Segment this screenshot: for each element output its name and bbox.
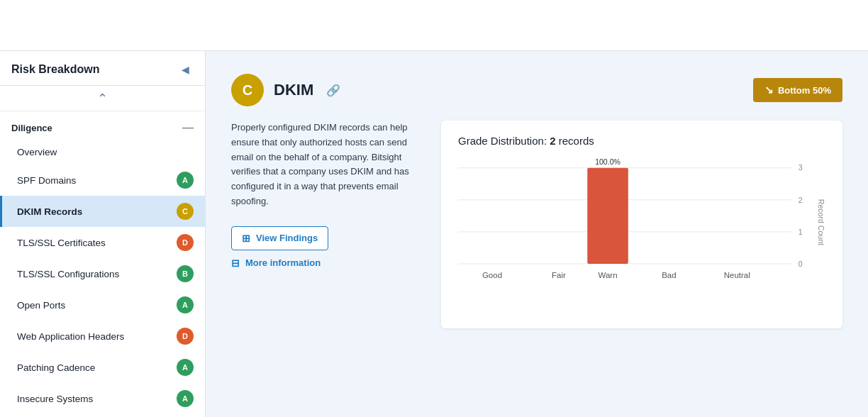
chart-panel: Grade Distribution: 2 records 3 2 bbox=[441, 121, 842, 328]
section-header: Diligence — bbox=[0, 111, 205, 140]
sidebar-item-tls-cert-label: TLS/SSL Certificates bbox=[17, 238, 177, 248]
top-bar bbox=[0, 0, 868, 51]
svg-text:2: 2 bbox=[799, 196, 803, 204]
more-information-button[interactable]: ⊟ More information bbox=[231, 257, 321, 269]
svg-text:Fair: Fair bbox=[552, 271, 566, 279]
sidebar-item-web-app-label: Web Application Headers bbox=[17, 331, 177, 342]
sidebar-item-tls-ssl-certs[interactable]: TLS/SSL Certificates D bbox=[0, 227, 205, 258]
svg-text:0: 0 bbox=[799, 260, 803, 268]
chart-title: Grade Distribution: 2 records bbox=[458, 135, 825, 147]
bottom-50-label: Bottom 50% bbox=[778, 85, 831, 96]
sidebar-item-tls-config-label: TLS/SSL Configurations bbox=[17, 269, 177, 279]
svg-text:3: 3 bbox=[799, 164, 803, 172]
sidebar-item-spf-badge: A bbox=[177, 172, 194, 189]
sidebar-item-insecure-label: Insecure Systems bbox=[17, 394, 177, 404]
view-findings-label: View Findings bbox=[256, 233, 318, 243]
sidebar-item-tls-config-badge: B bbox=[177, 265, 194, 282]
bottom-50-badge: ↘ Bottom 50% bbox=[753, 78, 842, 102]
svg-text:Neutral: Neutral bbox=[724, 271, 750, 279]
content-row: Properly configured DKIM records can hel… bbox=[231, 121, 842, 328]
collapse-button[interactable]: ◀ bbox=[177, 62, 194, 77]
sidebar-item-spf-domains[interactable]: SPF Domains A bbox=[0, 165, 205, 196]
svg-text:100.0%: 100.0% bbox=[595, 158, 621, 166]
main-content: Risk Breakdown ◀ ⌃ Diligence — Overview … bbox=[0, 51, 868, 417]
sidebar-item-insecure-systems[interactable]: Insecure Systems A bbox=[0, 383, 205, 414]
sidebar-item-dkim-label: DKIM Records bbox=[17, 206, 177, 217]
svg-text:1: 1 bbox=[799, 228, 803, 236]
sidebar-item-web-app-badge: D bbox=[177, 328, 194, 345]
svg-text:Bad: Bad bbox=[662, 271, 676, 279]
sidebar: Risk Breakdown ◀ ⌃ Diligence — Overview … bbox=[0, 51, 206, 417]
sidebar-item-open-ports-badge: A bbox=[177, 296, 194, 313]
sidebar-item-overview-label: Overview bbox=[17, 147, 194, 157]
chart-records-label: records bbox=[559, 135, 594, 147]
description-panel: Properly configured DKIM records can hel… bbox=[231, 121, 416, 269]
sidebar-scroll: Diligence — Overview SPF Domains A DKIM … bbox=[0, 111, 205, 417]
bar-chart-svg: 3 2 1 0 Record Count 100.0% bbox=[458, 158, 825, 300]
chart-title-text: Grade Distribution: bbox=[458, 135, 547, 147]
sidebar-header: Risk Breakdown ◀ bbox=[0, 51, 205, 86]
description-text: Properly configured DKIM records can hel… bbox=[231, 121, 416, 209]
section-toggle-button[interactable]: — bbox=[182, 121, 194, 134]
sidebar-item-spf-label: SPF Domains bbox=[17, 175, 177, 186]
bottom-50-arrow: ↘ bbox=[764, 84, 774, 96]
sidebar-item-dkim-records[interactable]: DKIM Records C bbox=[0, 196, 205, 227]
svg-text:Record Count: Record Count bbox=[817, 199, 825, 245]
view-findings-icon: ⊞ bbox=[242, 233, 250, 244]
more-info-icon: ⊟ bbox=[231, 257, 240, 269]
sidebar-item-patching-label: Patching Cadence bbox=[17, 362, 177, 373]
sidebar-item-tls-cert-badge: D bbox=[177, 234, 194, 251]
scroll-up-icon: ⌃ bbox=[97, 91, 108, 106]
sidebar-item-tls-ssl-configs[interactable]: TLS/SSL Configurations B bbox=[0, 258, 205, 289]
more-information-label: More information bbox=[245, 257, 321, 268]
svg-text:Good: Good bbox=[482, 271, 502, 279]
sidebar-item-server-software[interactable]: Server Software A bbox=[0, 414, 205, 417]
detail-header: C DKIM 🔗 ↘ Bottom 50% bbox=[231, 74, 842, 106]
svg-text:Warn: Warn bbox=[599, 271, 618, 279]
grade-badge: C bbox=[231, 74, 264, 106]
sidebar-item-insecure-badge: A bbox=[177, 390, 194, 407]
view-findings-button[interactable]: ⊞ View Findings bbox=[231, 226, 328, 250]
right-panel: C DKIM 🔗 ↘ Bottom 50% Properly configure… bbox=[206, 51, 868, 417]
detail-title-group: C DKIM 🔗 bbox=[231, 74, 340, 106]
sidebar-item-dkim-badge: C bbox=[177, 203, 194, 220]
sidebar-item-overview[interactable]: Overview bbox=[0, 140, 205, 165]
sidebar-item-web-app-headers[interactable]: Web Application Headers D bbox=[0, 321, 205, 352]
detail-title: DKIM bbox=[274, 81, 313, 99]
chart-wrapper: 3 2 1 0 Record Count 100.0% bbox=[458, 158, 825, 314]
sidebar-title: Risk Breakdown bbox=[11, 63, 99, 76]
scroll-indicator-area: ⌃ bbox=[0, 86, 205, 111]
sidebar-item-open-ports[interactable]: Open Ports A bbox=[0, 289, 205, 321]
link-icon[interactable]: 🔗 bbox=[326, 84, 340, 97]
chart-records-count: 2 bbox=[550, 135, 555, 147]
sidebar-item-patching-badge: A bbox=[177, 359, 194, 376]
section-label: Diligence bbox=[11, 123, 52, 133]
sidebar-item-open-ports-label: Open Ports bbox=[17, 300, 177, 311]
bar-warn bbox=[587, 168, 628, 264]
sidebar-item-patching-cadence[interactable]: Patching Cadence A bbox=[0, 352, 205, 383]
